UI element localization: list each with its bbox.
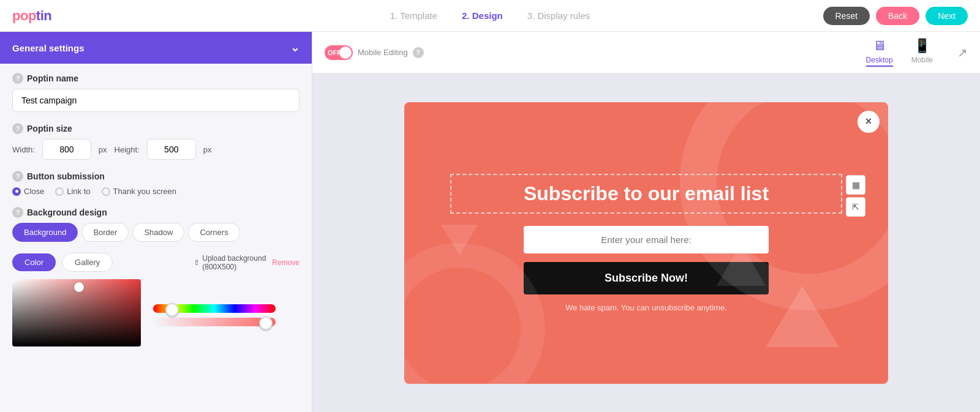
reset-button[interactable]: Reset (823, 7, 870, 25)
decorative-triangle-2 (717, 243, 766, 286)
radio-link-to[interactable]: Link to (55, 187, 90, 196)
radio-thank-you[interactable]: Thank you screen (102, 187, 176, 196)
tab-shadow[interactable]: Shadow (132, 223, 184, 242)
tab-mobile[interactable]: 📱 Mobile (911, 38, 933, 67)
section-body: ? Poptin name ? Poptin size Width: px He… (0, 64, 312, 356)
opacity-slider[interactable] (153, 318, 276, 326)
poptin-size-group: ? Poptin size Width: px Height: px (12, 123, 300, 160)
desktop-label: Desktop (866, 56, 893, 64)
toggle-switch[interactable]: OFF (325, 45, 353, 60)
tab-desktop[interactable]: 🖥 Desktop (866, 38, 893, 67)
radio-close[interactable]: Close (12, 187, 44, 196)
upload-link[interactable]: ⇧ Upload background (800X500) Remove (194, 254, 300, 271)
mobile-editing-label: Mobile Editing (358, 48, 408, 57)
next-button[interactable]: Next (925, 7, 968, 25)
mobile-editing-help-icon[interactable]: ? (413, 47, 424, 58)
main-content: General settings ⌄ ? Poptin name ? Popti… (0, 32, 980, 412)
color-picker-area (12, 279, 300, 346)
preview-toolbar: OFF Mobile Editing ? 🖥 Desktop 📱 Mobile … (312, 32, 980, 73)
device-tabs: 🖥 Desktop 📱 Mobile (866, 38, 933, 67)
color-gradient-picker[interactable] (12, 279, 141, 346)
button-submission-options: Close Link to Thank you screen (12, 187, 300, 196)
height-unit: px (203, 145, 212, 154)
poptin-name-group: ? Poptin name (12, 73, 300, 112)
background-design-label: ? Background design (12, 207, 300, 218)
title-actions: ▦ ⇱ (846, 175, 865, 217)
tab-background[interactable]: Background (12, 223, 78, 242)
poptin-name-input[interactable] (12, 89, 300, 112)
width-unit: px (99, 145, 107, 154)
background-design-group: ? Background design Background Border Sh… (12, 207, 300, 242)
mobile-icon: 📱 (914, 38, 930, 54)
tab-corners[interactable]: Corners (188, 223, 239, 242)
mobile-label: Mobile (911, 56, 933, 64)
radio-close-dot (12, 187, 21, 196)
size-row: Width: px Height: px (12, 139, 300, 160)
hue-slider[interactable] (153, 304, 276, 313)
button-submission-group: ? Button submission Close Link to Thank … (12, 171, 300, 196)
radio-thank-you-dot (102, 187, 110, 196)
step-template: 1. Template (390, 10, 437, 21)
poptin-size-help-icon[interactable]: ? (12, 123, 23, 134)
color-button[interactable]: Color (12, 253, 56, 271)
height-label: Height: (115, 145, 140, 154)
step-display-rules: 3. Display rules (527, 10, 590, 21)
background-design-help-icon[interactable]: ? (12, 207, 23, 218)
poptin-size-label: ? Poptin size (12, 123, 300, 134)
popup-container: × Subscribe to our email list ▦ ⇱ Subscr… (404, 102, 888, 384)
logo: poptin (12, 8, 51, 24)
step-design: 2. Design (462, 10, 503, 21)
copy-icon[interactable]: ▦ (846, 175, 865, 195)
left-panel: General settings ⌄ ? Poptin name ? Popti… (0, 32, 312, 412)
remove-link[interactable]: Remove (272, 258, 300, 267)
upload-icon: ⇧ (194, 258, 200, 267)
spam-text: We hate spam. You can unsubscribe anytim… (565, 303, 727, 312)
preview-area: × Subscribe to our email list ▦ ⇱ Subscr… (312, 73, 980, 412)
button-submission-label: ? Button submission (12, 171, 300, 182)
width-input[interactable] (42, 139, 91, 160)
width-label: Width: (12, 145, 35, 154)
nav-actions: Reset Back Next (823, 7, 968, 25)
chevron-down-icon[interactable]: ⌄ (290, 41, 300, 54)
height-input[interactable] (147, 139, 196, 160)
radio-link-dot (55, 187, 64, 196)
gallery-button[interactable]: Gallery (62, 253, 113, 272)
upload-label: Upload background (800X500) (202, 254, 266, 271)
steps-indicator: 1. Template 2. Design 3. Display rules (390, 10, 590, 21)
color-sliders (153, 279, 276, 346)
general-settings-header[interactable]: General settings ⌄ (0, 32, 312, 64)
section-title: General settings (12, 43, 85, 53)
popup-title[interactable]: Subscribe to our email list (470, 182, 823, 205)
color-gallery-row: Color Gallery ⇧ Upload background (800X5… (12, 253, 300, 272)
back-button[interactable]: Back (876, 7, 919, 25)
tab-border[interactable]: Border (81, 223, 129, 242)
desktop-icon: 🖥 (873, 38, 886, 54)
top-navigation: poptin 1. Template 2. Design 3. Display … (0, 0, 980, 32)
toggle-knob (339, 47, 352, 59)
popup-title-wrapper: Subscribe to our email list ▦ ⇱ (450, 174, 842, 214)
poptin-name-help-icon[interactable]: ? (12, 73, 23, 84)
right-panel: OFF Mobile Editing ? 🖥 Desktop 📱 Mobile … (312, 32, 980, 412)
poptin-name-label: ? Poptin name (12, 73, 300, 84)
button-submission-help-icon[interactable]: ? (12, 171, 23, 182)
mobile-editing-toggle[interactable]: OFF Mobile Editing ? (325, 45, 424, 60)
background-design-tabs: Background Border Shadow Corners (12, 223, 300, 242)
decorative-triangle-3 (441, 225, 478, 255)
resize-icon[interactable]: ⇱ (846, 197, 865, 217)
decorative-triangle-1 (766, 286, 839, 347)
expand-icon[interactable]: ↗ (957, 45, 968, 60)
popup-close-button[interactable]: × (858, 111, 880, 133)
